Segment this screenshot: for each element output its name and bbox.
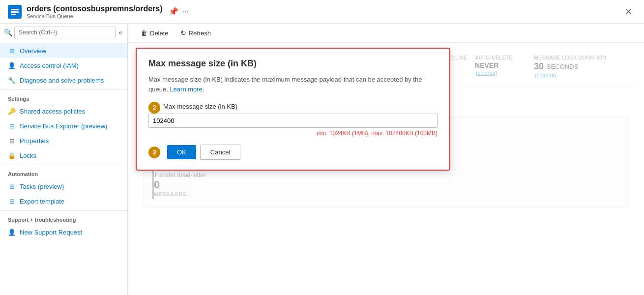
refresh-icon: ↻ xyxy=(180,29,186,37)
sidebar-item-iam[interactable]: 👤 Access control (IAM) xyxy=(0,58,127,73)
sidebar-item-properties[interactable]: ⊟ Properties xyxy=(0,133,127,148)
modal-field-row: 2 Max message size (in KB) xyxy=(148,102,438,114)
more-icon[interactable]: ··· xyxy=(182,7,189,16)
sidebar-item-new-support[interactable]: 👤 New Support Request xyxy=(0,225,127,239)
sidebar-item-shared-access[interactable]: 🔑 Shared access policies xyxy=(0,104,127,118)
sidebar-label-iam: Access control (IAM) xyxy=(20,62,79,69)
toolbar: 🗑 Delete ↻ Refresh xyxy=(128,24,644,43)
sidebar-label-diagnose: Diagnose and solve problems xyxy=(20,77,104,84)
svg-rect-0 xyxy=(11,9,19,10)
iam-icon: 👤 xyxy=(8,61,16,69)
title-bar-actions: 📌 ··· xyxy=(169,7,189,16)
svg-rect-1 xyxy=(11,11,19,13)
app-icon xyxy=(8,5,22,19)
sidebar: 🔍 « ⊞ Overview 👤 Access control (IAM) 🔧 … xyxy=(0,24,128,295)
svg-rect-2 xyxy=(11,14,16,15)
delete-label: Delete xyxy=(150,30,169,37)
ok-button[interactable]: OK xyxy=(167,145,196,159)
tasks-icon: ⊞ xyxy=(8,182,16,190)
refresh-label: Refresh xyxy=(189,30,211,37)
sidebar-item-tasks[interactable]: ⊞ Tasks (preview) xyxy=(0,179,127,194)
step-2-badge: 2 xyxy=(148,102,160,114)
refresh-button[interactable]: ↻ Refresh xyxy=(176,27,216,39)
close-button[interactable]: ✕ xyxy=(621,4,636,19)
title-bar: orders (contososbuspremns/orders) Servic… xyxy=(0,0,644,24)
step-3-badge: 3 xyxy=(148,147,160,158)
modal-title-row: Max message size (in KB) xyxy=(148,59,438,75)
modal-title: Max message size (in KB) xyxy=(148,59,257,69)
sidebar-label-new-support: New Support Request xyxy=(20,229,82,236)
modal-description: Max message size (in KB) indicates the m… xyxy=(148,75,438,94)
sidebar-label-shared-access: Shared access policies xyxy=(20,108,85,115)
sidebar-item-locks[interactable]: 🔒 Locks xyxy=(0,148,127,163)
properties-icon: ⊟ xyxy=(8,137,16,145)
sidebar-label-export: Export template xyxy=(20,198,64,205)
search-input[interactable] xyxy=(14,27,116,38)
learn-more-link[interactable]: Learn more. xyxy=(170,86,204,93)
sidebar-item-service-bus-explorer[interactable]: ⊞ Service Bus Explorer (preview) xyxy=(0,118,127,133)
search-icon[interactable]: 🔍 xyxy=(4,29,12,36)
modal-box: Max message size (in KB) Max message siz… xyxy=(136,48,450,171)
title-bar-text: orders (contososbuspremns/orders) Servic… xyxy=(27,4,163,19)
content-body: Max message size (in KB) Max message siz… xyxy=(128,43,644,295)
delete-icon: 🗑 xyxy=(141,29,147,37)
sidebar-label-explorer: Service Bus Explorer (preview) xyxy=(20,122,107,130)
sidebar-item-export[interactable]: ⊟ Export template xyxy=(0,194,127,208)
page-subtitle: Service Bus Queue xyxy=(27,13,163,19)
sidebar-item-overview[interactable]: ⊞ Overview xyxy=(0,43,127,58)
collapse-sidebar-button[interactable]: « xyxy=(117,28,123,37)
search-row: 🔍 « xyxy=(0,24,127,41)
diagnose-icon: 🔧 xyxy=(8,76,16,84)
sidebar-nav: ⊞ Overview 👤 Access control (IAM) 🔧 Diag… xyxy=(0,41,127,295)
export-icon: ⊟ xyxy=(8,197,16,205)
modal-hint: min. 1024KB (1MB), max. 102400KB (100MB) xyxy=(148,130,438,137)
explorer-icon: ⊞ xyxy=(8,122,16,130)
overview-icon: ⊞ xyxy=(8,47,16,55)
pin-icon[interactable]: 📌 xyxy=(169,7,178,16)
shared-access-icon: 🔑 xyxy=(8,107,16,115)
sidebar-label-overview: Overview xyxy=(20,47,46,55)
modal-field-label: Max message size (in KB) xyxy=(163,103,237,110)
support-icon: 👤 xyxy=(8,228,16,236)
sidebar-label-locks: Locks xyxy=(20,152,36,159)
content-area: 🗑 Delete ↻ Refresh Max message size (in … xyxy=(128,24,644,295)
locks-icon: 🔒 xyxy=(8,151,16,159)
sidebar-label-properties: Properties xyxy=(20,137,49,145)
sidebar-item-diagnose[interactable]: 🔧 Diagnose and solve problems xyxy=(0,73,127,88)
sidebar-label-tasks: Tasks (preview) xyxy=(20,183,64,190)
automation-section-label: Automation xyxy=(0,165,127,179)
delete-button[interactable]: 🗑 Delete xyxy=(136,27,174,39)
page-title: orders (contososbuspremns/orders) xyxy=(27,4,163,13)
modal-overlay: Max message size (in KB) Max message siz… xyxy=(128,43,644,295)
modal-actions: 3 OK Cancel xyxy=(148,145,438,160)
max-message-size-input[interactable] xyxy=(148,114,438,128)
settings-section-label: Settings xyxy=(0,89,127,104)
cancel-button[interactable]: Cancel xyxy=(200,145,240,160)
support-section-label: Support + troubleshooting xyxy=(0,210,127,225)
